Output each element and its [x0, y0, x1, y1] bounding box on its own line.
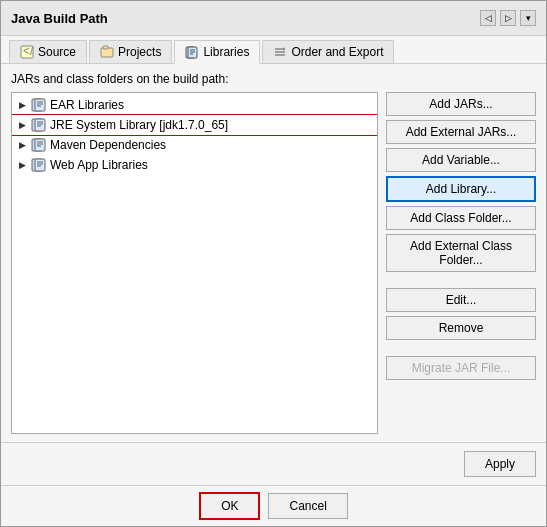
cancel-button[interactable]: Cancel	[268, 493, 347, 519]
content-area: JARs and class folders on the build path…	[1, 64, 546, 442]
tree-item-maven[interactable]: ▶ Maven Dependencies	[12, 135, 377, 155]
source-icon: </>	[20, 45, 34, 59]
tab-projects-label: Projects	[118, 45, 161, 59]
ok-button[interactable]: OK	[199, 492, 260, 520]
svg-rect-19	[35, 119, 45, 131]
maven-label: Maven Dependencies	[50, 138, 166, 152]
section-label: JARs and class folders on the build path…	[11, 72, 536, 86]
libraries-icon	[185, 45, 199, 59]
separator-2	[386, 344, 536, 352]
ear-label: EAR Libraries	[50, 98, 124, 112]
jre-icon	[31, 118, 47, 132]
bottom-bar: Apply	[1, 442, 546, 485]
svg-rect-14	[35, 99, 45, 111]
ear-expander[interactable]: ▶	[16, 99, 28, 111]
edit-button[interactable]: Edit...	[386, 288, 536, 312]
dropdown-button[interactable]: ▾	[520, 10, 536, 26]
tab-projects[interactable]: Projects	[89, 40, 172, 63]
order-icon	[273, 45, 287, 59]
svg-text:</>: </>	[23, 45, 34, 58]
jre-expander[interactable]: ▶	[16, 119, 28, 131]
projects-icon	[100, 45, 114, 59]
tab-libraries[interactable]: Libraries	[174, 40, 260, 64]
tree-item-webapp[interactable]: ▶ Web App Libraries	[12, 155, 377, 175]
maven-expander[interactable]: ▶	[16, 139, 28, 151]
add-jars-button[interactable]: Add JARs...	[386, 92, 536, 116]
add-external-jars-button[interactable]: Add External JARs...	[386, 120, 536, 144]
webapp-icon	[31, 158, 47, 172]
buttons-panel: Add JARs... Add External JARs... Add Var…	[386, 92, 536, 434]
svg-rect-3	[103, 46, 108, 49]
add-variable-button[interactable]: Add Variable...	[386, 148, 536, 172]
tab-source-label: Source	[38, 45, 76, 59]
svg-marker-12	[283, 47, 285, 51]
webapp-expander[interactable]: ▶	[16, 159, 28, 171]
title-bar: Java Build Path ◁ ▷ ▾	[1, 1, 546, 36]
java-build-path-dialog: Java Build Path ◁ ▷ ▾ </> Source Project…	[0, 0, 547, 527]
separator-1	[386, 276, 536, 284]
ok-cancel-bar: OK Cancel	[1, 485, 546, 526]
remove-button[interactable]: Remove	[386, 316, 536, 340]
title-controls: ◁ ▷ ▾	[480, 10, 536, 26]
tab-source[interactable]: </> Source	[9, 40, 87, 63]
tab-order[interactable]: Order and Export	[262, 40, 394, 63]
tabs-bar: </> Source Projects Libraries	[1, 36, 546, 64]
add-class-folder-button[interactable]: Add Class Folder...	[386, 206, 536, 230]
tree-item-ear[interactable]: ▶ EAR Libraries	[12, 95, 377, 115]
add-external-class-folder-button[interactable]: Add External Class Folder...	[386, 234, 536, 272]
jre-label: JRE System Library [jdk1.7.0_65]	[50, 118, 228, 132]
tree-item-jre[interactable]: ▶ JRE System Library [jdk1.7.0_65]	[12, 115, 377, 135]
forward-button[interactable]: ▷	[500, 10, 516, 26]
main-row: ▶ EAR Libraries ▶	[11, 92, 536, 434]
tree-panel[interactable]: ▶ EAR Libraries ▶	[11, 92, 378, 434]
svg-rect-29	[35, 159, 45, 171]
dialog-title: Java Build Path	[11, 11, 108, 26]
webapp-label: Web App Libraries	[50, 158, 148, 172]
tab-libraries-label: Libraries	[203, 45, 249, 59]
ear-icon	[31, 98, 47, 112]
apply-button[interactable]: Apply	[464, 451, 536, 477]
svg-rect-24	[35, 139, 45, 151]
tab-order-label: Order and Export	[291, 45, 383, 59]
add-library-button[interactable]: Add Library...	[386, 176, 536, 202]
migrate-jar-button[interactable]: Migrate JAR File...	[386, 356, 536, 380]
back-button[interactable]: ◁	[480, 10, 496, 26]
maven-icon	[31, 138, 47, 152]
